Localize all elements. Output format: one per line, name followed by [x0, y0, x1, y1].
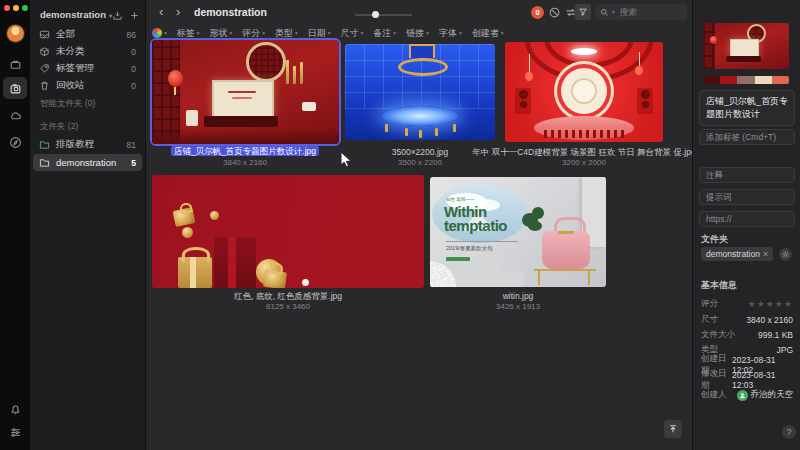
- info-row-creator: 创建人 乔治的天空: [701, 387, 793, 402]
- all-items-icon: [39, 29, 50, 40]
- filter-note[interactable]: 备注▾: [373, 27, 396, 40]
- filter-shape[interactable]: 形状▾: [210, 27, 233, 40]
- info-row-modified: 修改日期 2023-08-31 12:03: [701, 372, 793, 387]
- library-icon[interactable]: [3, 77, 27, 99]
- info-row-rating[interactable]: 评分 ★★★★★: [701, 296, 793, 311]
- traffic-minimize-button[interactable]: [13, 5, 19, 11]
- discover-compass-icon[interactable]: [3, 131, 27, 153]
- sidebar-item-count: 0: [131, 81, 136, 91]
- filter-funnel-button[interactable]: [575, 4, 591, 20]
- folders-label: 文件夹: [701, 233, 728, 246]
- folder-icon: [39, 157, 50, 168]
- palette-swatch[interactable]: [720, 76, 737, 84]
- smart-folders-section-label: 智能文件夹 (0): [40, 98, 95, 110]
- sidebar: demonstration▾ 全部 86 未分类 0 标签管理 0 回收站 0 …: [30, 0, 146, 450]
- item-title-field[interactable]: 店铺_贝尔帆_首页专题图片数设计: [699, 90, 795, 126]
- rating-stars[interactable]: ★★★★★: [748, 299, 793, 309]
- sidebar-item-label: 全部: [56, 28, 75, 41]
- grid-item-5-filename[interactable]: witin.jpg: [503, 291, 534, 301]
- filter-type[interactable]: 类型▾: [275, 27, 298, 40]
- sidebar-item-all[interactable]: 全部 86: [33, 26, 142, 43]
- filter-bar: ▾ 标签▾ 形状▾ 评分▾ 类型▾ 日期▾ 尺寸▾ 备注▾ 链接▾ 字体▾ 创建…: [152, 26, 503, 40]
- folder-icon: [39, 139, 50, 150]
- palette-swatch[interactable]: [772, 76, 789, 84]
- grid-item-3-thumbnail[interactable]: [505, 42, 663, 142]
- app-rail: [0, 0, 30, 450]
- folder-title: demonstration: [194, 6, 267, 18]
- scroll-to-top-button[interactable]: [664, 420, 682, 438]
- add-tag-input[interactable]: [706, 130, 788, 144]
- filter-font[interactable]: 字体▾: [439, 27, 462, 40]
- zoom-slider[interactable]: [355, 14, 412, 16]
- search-scope-caret-icon[interactable]: ▾: [612, 9, 615, 15]
- grid-item-2-thumbnail[interactable]: [345, 44, 495, 140]
- sidebar-item-uncategorized[interactable]: 未分类 0: [33, 43, 142, 60]
- library-name: demonstration: [40, 9, 106, 20]
- sidebar-item-count: 86: [127, 30, 136, 40]
- palette-swatch[interactable]: [755, 76, 772, 84]
- hide-slash-icon[interactable]: [548, 6, 561, 19]
- sidebar-item-trash[interactable]: 回收站 0: [33, 77, 142, 94]
- link-field[interactable]: [699, 211, 795, 227]
- workspace-icon[interactable]: [3, 53, 27, 75]
- color-palette[interactable]: [703, 76, 789, 84]
- search-box[interactable]: ▾: [595, 4, 687, 20]
- add-tag-field[interactable]: [699, 129, 795, 145]
- cloud-icon[interactable]: [3, 104, 27, 126]
- uncategorized-icon: [39, 46, 50, 57]
- palette-swatch[interactable]: [703, 76, 720, 84]
- help-button[interactable]: ?: [782, 425, 796, 439]
- remove-chip-icon[interactable]: ×: [763, 249, 768, 259]
- laptop-screen: [212, 80, 274, 118]
- link-input[interactable]: [706, 212, 788, 226]
- folders-section-label: 文件夹 (2): [40, 121, 78, 133]
- search-input[interactable]: [618, 6, 682, 18]
- user-avatar[interactable]: [7, 25, 24, 42]
- sidebar-folder-paiban[interactable]: 排版教程 81: [33, 136, 142, 153]
- notifications-bell-icon[interactable]: [3, 398, 27, 420]
- folder-options-button[interactable]: [779, 248, 792, 261]
- grid-item-2-filename[interactable]: 3500×2200.jpg: [392, 147, 449, 157]
- grid-item-1-dimensions: 3840 x 2160: [223, 158, 267, 167]
- annotation-input[interactable]: [706, 168, 788, 182]
- settings-sliders-icon[interactable]: [3, 421, 27, 443]
- import-button[interactable]: [110, 8, 124, 22]
- add-button[interactable]: [127, 8, 141, 22]
- search-icon: [600, 8, 609, 17]
- filter-color[interactable]: ▾: [152, 28, 167, 38]
- folder-chip[interactable]: demonstration×: [701, 247, 773, 261]
- grid-item-5-thumbnail[interactable]: 知性 真我—— Within temptatio 2019/春夏新款女包: [430, 177, 606, 287]
- prompt-input[interactable]: [706, 190, 788, 204]
- grid-item-1-filename[interactable]: 店铺_贝尔帆_首页专题图片数设计.jpg: [171, 146, 319, 158]
- speaker-decor: [637, 88, 653, 114]
- filter-creator[interactable]: 创建者▾: [472, 27, 504, 40]
- library-switcher[interactable]: demonstration▾: [40, 9, 112, 20]
- annotation-field[interactable]: [699, 167, 795, 183]
- prompt-field[interactable]: [699, 189, 795, 205]
- filter-link[interactable]: 链接▾: [406, 27, 429, 40]
- zoom-slider-knob[interactable]: [372, 11, 379, 18]
- filter-date[interactable]: 日期▾: [308, 27, 331, 40]
- tasks-badge[interactable]: 0: [531, 6, 544, 19]
- forward-button[interactable]: ›: [176, 5, 180, 18]
- filter-rating[interactable]: 评分▾: [242, 27, 265, 40]
- sidebar-folder-label: 排版教程: [56, 138, 94, 151]
- creator-avatar: [737, 390, 748, 401]
- info-row-size: 尺寸 3840 x 2160: [701, 312, 793, 327]
- sidebar-folder-label: demonstration: [56, 157, 116, 168]
- grid-item-1-thumbnail[interactable]: [152, 40, 339, 144]
- traffic-close-button[interactable]: [4, 5, 10, 11]
- filter-tags[interactable]: 标签▾: [177, 27, 200, 40]
- palette-swatch[interactable]: [737, 76, 754, 84]
- grid-item-4-thumbnail[interactable]: [152, 175, 424, 288]
- main-area: ‹ › demonstration 0 ▾ ▾ 标签▾ 形状▾ 评分▾ 类型▾ …: [146, 0, 692, 450]
- filter-size[interactable]: 尺寸▾: [341, 27, 364, 40]
- back-button[interactable]: ‹: [159, 5, 163, 18]
- sidebar-item-tag-manager[interactable]: 标签管理 0: [33, 60, 142, 77]
- selected-item-preview[interactable]: [703, 23, 789, 69]
- traffic-zoom-button[interactable]: [22, 5, 28, 11]
- chevron-down-icon: ▾: [164, 30, 167, 36]
- sidebar-folder-demonstration[interactable]: demonstration 5: [33, 154, 142, 171]
- speaker-decor: [515, 88, 531, 114]
- lantern-decor: [168, 70, 183, 87]
